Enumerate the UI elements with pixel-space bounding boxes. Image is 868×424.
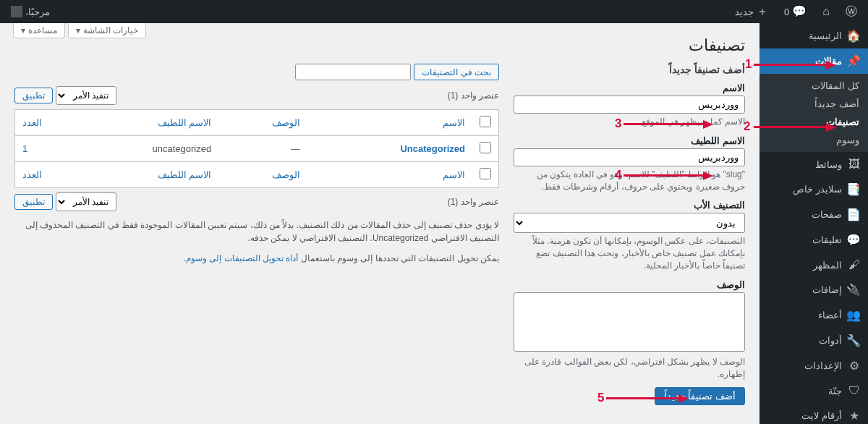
sidebar-item-comments[interactable]: 💬تعليقات [760, 227, 868, 253]
wp-logo[interactable]: ⓦ [841, 0, 862, 23]
users-icon: 👥 [848, 308, 861, 322]
row-desc: — [218, 136, 307, 162]
parent-select[interactable]: بدون [514, 213, 745, 233]
comments-icon: 💬 [848, 233, 861, 247]
shield-icon: 🛡 [848, 384, 861, 397]
slug-desc: "slug" هو الرابط "اللطيف" للاسم، وهو في … [514, 169, 745, 193]
avatar [11, 6, 22, 17]
name-field-group: الاسم الاسم كما سيظهر في الموقع. [514, 82, 745, 128]
sidebar-item-settings[interactable]: ⚙الإعدادات [760, 353, 868, 378]
tools-icon: 🔧 [848, 334, 861, 347]
parent-label: التصنيف الأب [514, 200, 745, 211]
col-count[interactable]: العدد [15, 110, 66, 136]
help-tab[interactable]: مساعدة ▾ [13, 23, 65, 38]
chevron-down-icon: ▾ [21, 25, 25, 35]
desc-textarea[interactable] [514, 292, 745, 352]
row-count-link[interactable]: 1 [22, 143, 27, 154]
comments-count: 0 [784, 7, 789, 17]
admin-bar: ⓦ ⌂ 💬0 ＋جديد مرحبًا، [0, 0, 868, 23]
site-home[interactable]: ⌂ [817, 0, 835, 23]
col-desc[interactable]: الوصف [218, 110, 307, 136]
col-slug-foot[interactable]: الاسم اللطيف [66, 162, 219, 188]
sidebar-item-slider[interactable]: 📑سلايدر خاص [760, 177, 868, 202]
form-heading: أضف تصنيفاً جديداً [514, 64, 745, 75]
pin-icon: 📌 [848, 54, 861, 68]
delete-note: لا يؤدي حذف تصنيف إلى حذف المقالات من ذل… [14, 219, 499, 245]
name-desc: الاسم كما سيظهر في الموقع. [514, 116, 745, 128]
star-icon: ★ [848, 409, 861, 423]
submenu-add-new[interactable]: أضف جديداً [760, 95, 868, 113]
sidebar-item-pages[interactable]: 📄صفحات [760, 202, 868, 227]
convert-note: يمكن تحويل التصنيفات التي تحددها إلى وسو… [14, 252, 499, 265]
add-category-form: أضف تصنيفاً جديداً الاسم الاسم كما سيظهر… [514, 64, 745, 405]
sidebar-item-plugins[interactable]: 🔌إضافات [760, 277, 868, 302]
apply-button-bottom[interactable]: تطبيق [14, 194, 53, 210]
appearance-icon: 🖌 [848, 258, 861, 271]
parent-desc: التصنيفات، على عكس الوسوم، بإمكانها أن ت… [514, 235, 745, 271]
screen-options-tab[interactable]: خيارات الشاشة ▾ [68, 23, 146, 38]
parent-field-group: التصنيف الأب بدون التصنيفات، على عكس الو… [514, 200, 745, 271]
user-greeting[interactable]: مرحبًا، [6, 0, 55, 23]
sidebar-item-users[interactable]: 👥أعضاء [760, 302, 868, 328]
displaying-num-top: عنصر واحد (1) [448, 90, 499, 101]
sidebar-item-arqam[interactable]: ★أرقام لايت [760, 403, 868, 424]
desc-label: الوصف [514, 279, 745, 290]
settings-icon: ⚙ [848, 359, 861, 373]
displaying-num-bottom: عنصر واحد (1) [448, 197, 499, 207]
categories-table: الاسم الوصف الاسم اللطيف العدد Uncategor… [14, 109, 499, 188]
slug-label: الاسم اللطيف [514, 135, 745, 146]
screen-meta-tabs: خيارات الشاشة ▾ مساعدة ▾ [13, 23, 146, 38]
media-icon: 🖼 [848, 158, 861, 171]
tablenav-top: عنصر واحد (1) تنفيذ الأمر تطبيق [14, 86, 499, 105]
comments-link[interactable]: 💬0 [779, 0, 812, 23]
sidebar-item-appearance[interactable]: 🖌المظهر [760, 253, 868, 277]
submenu-all-posts[interactable]: كل المقالات [760, 77, 868, 95]
new-content[interactable]: ＋جديد [730, 0, 773, 23]
slider-icon: 📑 [848, 182, 861, 196]
slug-input[interactable] [514, 148, 745, 166]
sidebar-item-posts[interactable]: 📌مقالات [760, 48, 868, 74]
plugins-icon: 🔌 [848, 283, 861, 297]
row-name-link[interactable]: Uncategorized [400, 143, 465, 154]
col-desc-foot[interactable]: الوصف [218, 162, 307, 188]
name-input[interactable] [514, 96, 745, 114]
convert-link[interactable]: أداة تحويل التصنيفات إلى وسوم. [184, 253, 299, 263]
dashboard-icon: 🏠 [848, 29, 861, 43]
submenu-tags[interactable]: وسوم [760, 131, 868, 149]
apply-button-top[interactable]: تطبيق [14, 88, 53, 103]
search-box: بحث في التصنيفات [14, 64, 499, 80]
search-button[interactable]: بحث في التصنيفات [414, 64, 499, 80]
select-all-top[interactable] [480, 116, 491, 127]
name-label: الاسم [514, 82, 745, 93]
sidebar-item-tools[interactable]: 🔧أدوات [760, 328, 868, 353]
posts-submenu: كل المقالات أضف جديداً تصنيفات وسوم [760, 74, 868, 152]
col-slug[interactable]: الاسم اللطيف [66, 110, 219, 136]
main-content: خيارات الشاشة ▾ مساعدة ▾ تصنيفات أضف تصن… [0, 23, 760, 424]
bulk-action-select-bottom[interactable]: تنفيذ الأمر [56, 192, 116, 211]
bulk-action-select-top[interactable]: تنفيذ الأمر [56, 86, 116, 105]
slug-field-group: الاسم اللطيف "slug" هو الرابط "اللطيف" ل… [514, 135, 745, 193]
table-row: Uncategorized — uncategorized 1 [15, 136, 499, 162]
admin-sidebar: 🏠الرئيسية 📌مقالات كل المقالات أضف جديداً… [760, 23, 868, 424]
desc-desc: الوصف لا يظهر بشكل افتراضي، لكن بعض القو… [514, 356, 745, 381]
col-count-foot[interactable]: العدد [15, 162, 66, 188]
page-title: تصنيفات [14, 36, 745, 55]
row-slug: uncategorized [66, 136, 219, 162]
search-input[interactable] [295, 64, 411, 80]
select-all-bottom[interactable] [480, 168, 491, 179]
submenu-categories[interactable]: تصنيفات [760, 113, 868, 131]
row-checkbox[interactable] [480, 142, 491, 153]
submit-button[interactable]: أضف تصنيفاً جديداً [655, 387, 745, 405]
pages-icon: 📄 [848, 208, 861, 221]
col-name-foot[interactable]: الاسم [307, 162, 472, 188]
sidebar-item-jannah[interactable]: 🛡جنّة [760, 378, 868, 403]
sidebar-item-dashboard[interactable]: 🏠الرئيسية [760, 23, 868, 48]
desc-field-group: الوصف الوصف لا يظهر بشكل افتراضي، لكن بع… [514, 279, 745, 381]
sidebar-item-media[interactable]: 🖼وسائط [760, 152, 868, 177]
chevron-down-icon: ▾ [76, 25, 80, 35]
col-name[interactable]: الاسم [307, 110, 472, 136]
tablenav-bottom: عنصر واحد (1) تنفيذ الأمر تطبيق [14, 192, 499, 211]
